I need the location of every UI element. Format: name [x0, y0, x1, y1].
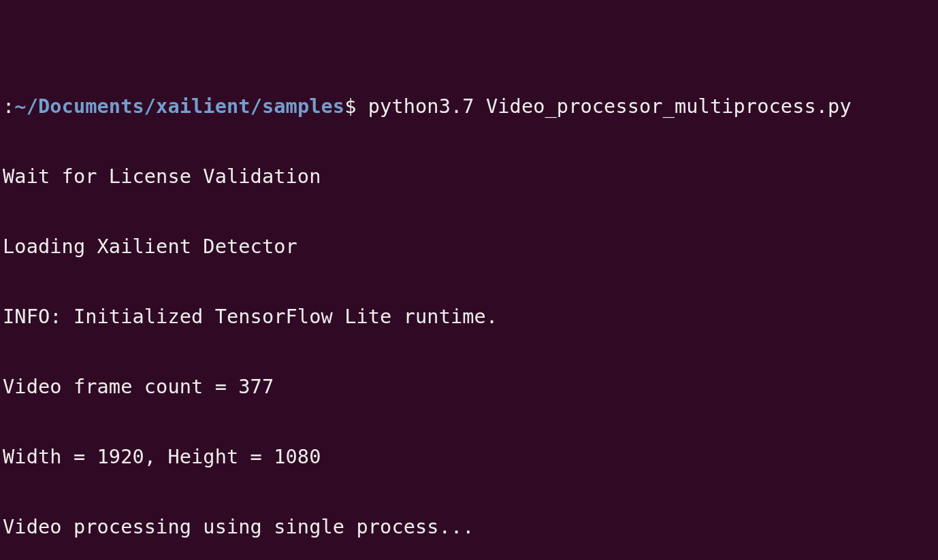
prompt-dollar: $ — [344, 95, 368, 118]
prompt-colon: : — [3, 95, 14, 118]
output-line: Loading Xailient Detector — [3, 235, 935, 258]
terminal-window[interactable]: :~/Documents/xailient/samples$ python3.7… — [0, 0, 938, 560]
output-line: Width = 1920, Height = 1080 — [3, 445, 935, 468]
output-line: INFO: Initialized TensorFlow Lite runtim… — [3, 305, 935, 328]
output-line: Video frame count = 377 — [3, 375, 935, 398]
output-line: Video processing using single process... — [3, 515, 935, 538]
command-text: python3.7 Video_processor_multiprocess.p… — [368, 95, 852, 118]
output-line: Wait for License Validation — [3, 165, 935, 188]
prompt-path: ~/Documents/xailient/samples — [14, 95, 344, 118]
command-line: :~/Documents/xailient/samples$ python3.7… — [3, 95, 935, 118]
